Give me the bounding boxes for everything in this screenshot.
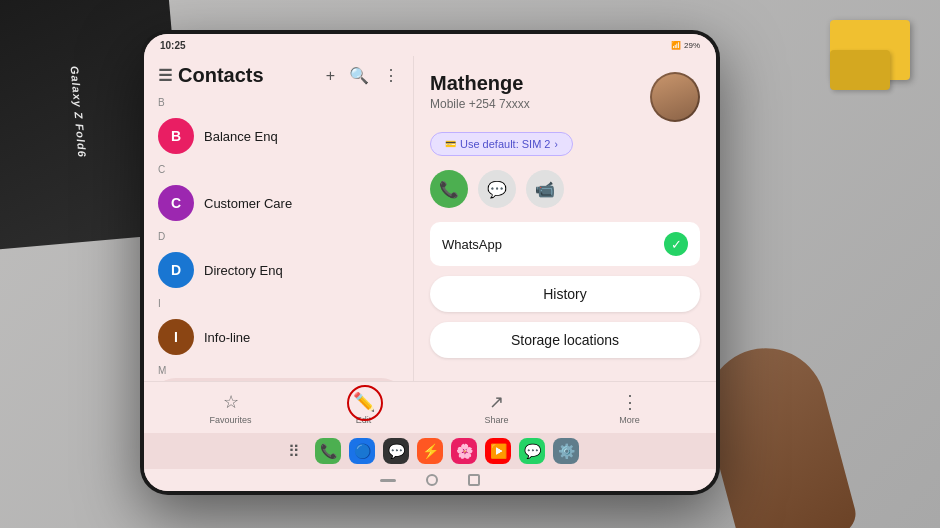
contact-item-customer-care[interactable]: C Customer Care [144, 177, 413, 229]
contact-name-customer-care: Customer Care [204, 196, 292, 211]
sim-icon: 💳 [445, 139, 456, 149]
header-icons: + 🔍 ⋮ [326, 66, 399, 85]
contact-photo-inner [652, 74, 698, 120]
app-dock: ⠿ 📞 🔵 💬 ⚡ 🌸 ▶️ 💬 ⚙️ [144, 433, 716, 469]
add-contact-icon[interactable]: + [326, 67, 335, 85]
contact-item-balance-enq[interactable]: B Balance Enq [144, 110, 413, 162]
more-label: More [619, 415, 640, 425]
section-i: I [144, 296, 413, 311]
sim-label: Use default: SIM 2 [460, 138, 551, 150]
more-icon: ⋮ [621, 391, 639, 413]
status-bar: 10:25 📶 29% [144, 34, 716, 56]
hamburger-icon[interactable]: ☰ [158, 66, 172, 85]
status-icons: 📶 29% [671, 41, 700, 50]
phone-device: 10:25 📶 29% ☰ Contacts + 🔍 ⋮ [140, 30, 720, 495]
action-buttons: 📞 💬 📹 [430, 170, 700, 208]
whatsapp-logo: ✓ [671, 237, 682, 252]
nav-edit[interactable]: ✏️ Edit [297, 391, 430, 425]
detail-name: Mathenge [430, 72, 530, 95]
favourites-icon: ☆ [223, 391, 239, 413]
sys-nav-bar [144, 469, 716, 491]
section-b: B [144, 95, 413, 110]
dock-phone[interactable]: 📞 [315, 438, 341, 464]
dock-app3[interactable]: ⚡ [417, 438, 443, 464]
edit-circle-container: ✏️ [353, 391, 375, 413]
main-content: ☰ Contacts + 🔍 ⋮ B B Balance Enq C [144, 56, 716, 381]
dock-settings[interactable]: ⚙️ [553, 438, 579, 464]
whatsapp-icon: ✓ [664, 232, 688, 256]
contacts-header: ☰ Contacts + 🔍 ⋮ [144, 56, 413, 95]
share-icon: ↗ [489, 391, 504, 413]
nav-recents-button[interactable] [468, 474, 480, 486]
signal-icon: 📶 [671, 41, 681, 50]
sim-chevron-icon: › [555, 139, 558, 150]
battery-text: 29% [684, 41, 700, 50]
detail-phone: Mobile +254 7xxxx [430, 97, 530, 111]
nav-favourites[interactable]: ☆ Favourites [164, 391, 297, 425]
toy-decoration [790, 10, 910, 110]
more-options-icon[interactable]: ⋮ [383, 66, 399, 85]
share-label: Share [484, 415, 508, 425]
nav-back-button[interactable] [380, 479, 396, 482]
call-button[interactable]: 📞 [430, 170, 468, 208]
device-box-label: Galaxy Z Fold6 [68, 65, 88, 158]
whatsapp-row[interactable]: WhatsApp ✓ [430, 222, 700, 266]
nav-home-button[interactable] [426, 474, 438, 486]
dock-app2[interactable]: 💬 [383, 438, 409, 464]
toy-part2 [830, 50, 890, 90]
phone-screen: 10:25 📶 29% ☰ Contacts + 🔍 ⋮ [144, 34, 716, 491]
section-m: M [144, 363, 413, 378]
storage-locations-button[interactable]: Storage locations [430, 322, 700, 358]
dock-app4[interactable]: 🌸 [451, 438, 477, 464]
edit-icon: ✏️ [353, 392, 375, 412]
detail-header: Mathenge Mobile +254 7xxxx [430, 72, 700, 122]
avatar-balance-enq: B [158, 118, 194, 154]
bottom-nav: ☆ Favourites ✏️ Edit ↗ Share ⋮ More [144, 381, 716, 433]
history-button[interactable]: History [430, 276, 700, 312]
message-button[interactable]: 💬 [478, 170, 516, 208]
avatar-directory-enq: D [158, 252, 194, 288]
contact-name-directory-enq: Directory Enq [204, 263, 283, 278]
sim-badge[interactable]: 💳 Use default: SIM 2 › [430, 132, 573, 156]
contact-name-balance-enq: Balance Enq [204, 129, 278, 144]
contact-item-info-line[interactable]: I Info-line [144, 311, 413, 363]
contacts-panel: ☰ Contacts + 🔍 ⋮ B B Balance Enq C [144, 56, 414, 381]
favourites-label: Favourites [209, 415, 251, 425]
nav-share[interactable]: ↗ Share [430, 391, 563, 425]
video-button[interactable]: 📹 [526, 170, 564, 208]
status-time: 10:25 [160, 40, 186, 51]
contacts-title: ☰ Contacts [158, 64, 264, 87]
section-d: D [144, 229, 413, 244]
search-icon[interactable]: 🔍 [349, 66, 369, 85]
app-grid-icon[interactable]: ⠿ [281, 438, 307, 464]
contact-item-directory-enq[interactable]: D Directory Enq [144, 244, 413, 296]
avatar-customer-care: C [158, 185, 194, 221]
nav-more[interactable]: ⋮ More [563, 391, 696, 425]
avatar-info-line: I [158, 319, 194, 355]
contact-photo [650, 72, 700, 122]
contacts-title-text: Contacts [178, 64, 264, 87]
dock-app1[interactable]: 🔵 [349, 438, 375, 464]
contact-name-info-line: Info-line [204, 330, 250, 345]
detail-panel: Mathenge Mobile +254 7xxxx 💳 Use default… [414, 56, 716, 381]
dock-whatsapp[interactable]: 💬 [519, 438, 545, 464]
dock-app5[interactable]: ▶️ [485, 438, 511, 464]
detail-info: Mathenge Mobile +254 7xxxx [430, 72, 530, 111]
section-c: C [144, 162, 413, 177]
whatsapp-label: WhatsApp [442, 237, 502, 252]
